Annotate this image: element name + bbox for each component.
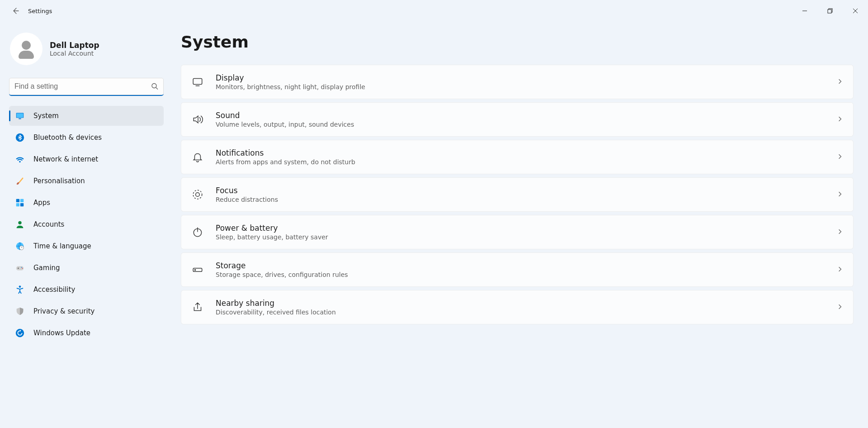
chevron-right-icon (837, 153, 843, 161)
card-power[interactable]: Power & battery Sleep, battery usage, ba… (181, 215, 854, 249)
card-focus[interactable]: Focus Reduce distractions (181, 177, 854, 212)
sidebar-item-update[interactable]: Windows Update (9, 323, 164, 343)
sidebar-item-label: Accessibility (33, 285, 75, 294)
svg-rect-13 (16, 203, 19, 206)
svg-point-5 (152, 84, 156, 88)
svg-rect-12 (20, 199, 24, 202)
svg-line-6 (156, 88, 158, 90)
bell-icon (191, 151, 204, 163)
titlebar: Settings (0, 0, 868, 22)
search-input[interactable] (9, 78, 164, 96)
card-desc: Storage space, drives, configuration rul… (216, 271, 825, 278)
sidebar-item-label: Personalisation (33, 177, 85, 185)
sidebar-item-label: Privacy & security (33, 307, 94, 315)
card-title: Power & battery (216, 224, 825, 233)
close-button[interactable] (843, 2, 868, 20)
card-desc: Discoverability, received files location (216, 309, 825, 316)
card-title: Display (216, 73, 825, 82)
chevron-right-icon (837, 191, 843, 199)
sidebar-item-network[interactable]: Network & internet (9, 149, 164, 169)
svg-rect-8 (17, 114, 24, 118)
minimize-button[interactable] (792, 2, 817, 20)
chevron-right-icon (837, 116, 843, 124)
avatar (10, 33, 42, 65)
brush-icon (14, 176, 25, 186)
sidebar-item-bluetooth[interactable]: Bluetooth & devices (9, 128, 164, 147)
card-title: Focus (216, 186, 825, 195)
svg-point-31 (195, 269, 196, 270)
nav-list: System Bluetooth & devices Network & int… (9, 106, 164, 343)
gamepad-icon (14, 262, 25, 273)
sidebar-item-label: Bluetooth & devices (33, 133, 102, 142)
account-name: Dell Laptop (50, 41, 99, 50)
card-desc: Monitors, brightness, night light, displ… (216, 83, 825, 90)
search-icon (151, 83, 158, 91)
minimize-icon (802, 8, 807, 14)
display-icon (191, 76, 204, 88)
sidebar-item-accessibility[interactable]: Accessibility (9, 280, 164, 300)
back-button[interactable] (8, 4, 23, 18)
sidebar-item-label: Time & language (33, 242, 91, 250)
page-title: System (181, 33, 855, 51)
sidebar-item-system[interactable]: System (9, 106, 164, 126)
window-controls (792, 2, 868, 20)
sidebar-item-apps[interactable]: Apps (9, 193, 164, 213)
chevron-right-icon (837, 78, 843, 86)
sidebar-item-label: Accounts (33, 220, 64, 228)
card-desc: Alerts from apps and system, do not dist… (216, 158, 825, 166)
card-title: Notifications (216, 148, 825, 157)
sidebar-item-label: Apps (33, 199, 50, 207)
sidebar-item-label: System (33, 112, 59, 120)
close-icon (853, 8, 858, 14)
shield-icon (14, 306, 25, 317)
monitor-icon (14, 110, 25, 121)
main-content: System Display Monitors, brightness, nig… (172, 22, 868, 428)
svg-point-20 (21, 267, 22, 268)
search-box (9, 78, 164, 96)
card-title: Sound (216, 111, 825, 120)
maximize-button[interactable] (817, 2, 843, 20)
sound-icon (191, 113, 204, 126)
chevron-right-icon (837, 228, 843, 236)
apps-icon (14, 197, 25, 208)
chevron-right-icon (837, 304, 843, 311)
svg-point-22 (19, 285, 21, 288)
sidebar-item-time[interactable]: Time & language (9, 236, 164, 256)
sidebar-item-personalisation[interactable]: Personalisation (9, 171, 164, 191)
card-notifications[interactable]: Notifications Alerts from apps and syste… (181, 140, 854, 174)
sidebar-item-gaming[interactable]: Gaming (9, 258, 164, 278)
card-desc: Volume levels, output, input, sound devi… (216, 121, 825, 128)
card-display[interactable]: Display Monitors, brightness, night ligh… (181, 65, 854, 99)
accessibility-icon (14, 284, 25, 295)
card-nearby-sharing[interactable]: Nearby sharing Discoverability, received… (181, 290, 854, 324)
arrow-left-icon (12, 7, 19, 14)
sidebar-item-privacy[interactable]: Privacy & security (9, 301, 164, 321)
svg-point-19 (18, 268, 19, 269)
card-desc: Reduce distractions (216, 196, 825, 203)
svg-point-15 (18, 221, 21, 224)
sidebar: Dell Laptop Local Account System Bluet (0, 22, 172, 428)
svg-rect-9 (19, 119, 21, 119)
svg-rect-24 (193, 78, 202, 84)
account-card[interactable]: Dell Laptop Local Account (9, 31, 164, 74)
storage-icon (191, 263, 204, 276)
window-title: Settings (28, 8, 52, 14)
bluetooth-icon (14, 132, 25, 143)
svg-point-27 (196, 193, 200, 197)
power-icon (191, 226, 204, 238)
account-type: Local Account (50, 50, 99, 57)
chevron-right-icon (837, 266, 843, 274)
svg-rect-2 (828, 10, 831, 13)
wifi-icon (14, 154, 25, 165)
sidebar-item-label: Windows Update (33, 329, 90, 337)
update-icon (14, 328, 25, 338)
sidebar-item-label: Network & internet (33, 155, 98, 163)
svg-point-26 (193, 190, 202, 199)
sidebar-item-accounts[interactable]: Accounts (9, 214, 164, 234)
card-sound[interactable]: Sound Volume levels, output, input, soun… (181, 102, 854, 137)
card-title: Nearby sharing (216, 299, 825, 308)
maximize-icon (827, 8, 833, 14)
card-storage[interactable]: Storage Storage space, drives, configura… (181, 252, 854, 287)
card-desc: Sleep, battery usage, battery saver (216, 233, 825, 241)
share-icon (191, 301, 204, 314)
